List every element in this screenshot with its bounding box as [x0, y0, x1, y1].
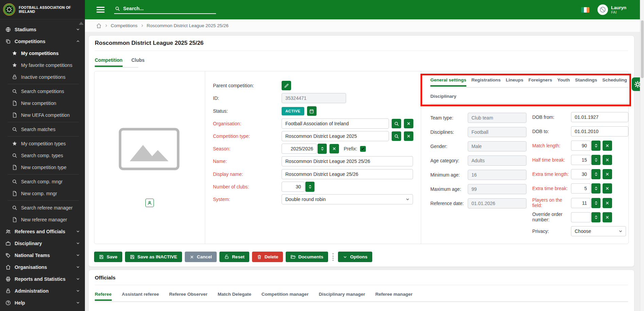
extra-time-length-field[interactable]: [571, 169, 591, 179]
save-button[interactable]: Save: [94, 252, 122, 262]
sidebar-item-inactive-competitions[interactable]: Inactive competitions: [0, 71, 85, 83]
people-icon: [5, 229, 11, 234]
tab-referee-manager[interactable]: Referee manager: [375, 292, 413, 301]
sidebar-item-national-teams[interactable]: National Teams: [0, 249, 85, 261]
competition-type-clear-button[interactable]: [404, 131, 413, 141]
match-length-stepper[interactable]: [591, 141, 601, 151]
competition-type-field[interactable]: [282, 131, 389, 141]
tab-lineups[interactable]: Lineups: [506, 77, 523, 87]
number-of-clubs-stepper[interactable]: [305, 182, 315, 192]
page-scrollbar[interactable]: [640, 0, 644, 311]
extra-time-length-clear-button[interactable]: [603, 169, 612, 179]
sidebar-item-competitions[interactable]: Competitions: [0, 35, 85, 47]
players-on-field-clear-button[interactable]: [603, 198, 612, 208]
season-stepper[interactable]: [318, 144, 327, 154]
options-button[interactable]: Options: [338, 252, 372, 262]
season-field[interactable]: [282, 144, 317, 154]
display-name-field[interactable]: [282, 169, 413, 179]
sidebar-item-new-comp-mngr[interactable]: New comp. mngr: [0, 187, 85, 199]
privacy-select[interactable]: Choose: [571, 226, 626, 236]
sidebar-item-search-matches[interactable]: Search matches: [0, 123, 85, 135]
extra-time-break-field[interactable]: [571, 183, 591, 194]
sidebar-item-search-competitions[interactable]: Search competitions: [0, 85, 85, 97]
form-row: Parent competition:: [213, 80, 291, 91]
tab-assistant-referee[interactable]: Assistant referee: [122, 292, 159, 301]
tab-foreigners[interactable]: Foreigners: [529, 77, 552, 87]
organisation-field[interactable]: [282, 118, 389, 129]
override-order-clear-button[interactable]: [603, 212, 612, 222]
half-time-break-stepper[interactable]: [591, 155, 601, 165]
sidebar-item-administration[interactable]: Administration: [0, 285, 85, 297]
competition-type-label: Competition type:: [213, 133, 282, 139]
number-of-clubs-field[interactable]: [282, 182, 305, 192]
sidebar-item-disciplinary[interactable]: Disciplinary: [0, 237, 85, 249]
sidebar-item-organisations[interactable]: Organisations: [0, 261, 85, 273]
edit-parent-competition-button[interactable]: [282, 81, 291, 90]
name-field[interactable]: [282, 156, 413, 166]
system-select[interactable]: Double round robin: [282, 194, 413, 204]
delete-button[interactable]: Delete: [252, 252, 283, 262]
sidebar-item-my-competition-types[interactable]: My competition types: [0, 138, 85, 149]
chevron-up-icon: [76, 39, 80, 43]
prefix-checkbox[interactable]: [360, 146, 366, 152]
half-time-break-field[interactable]: [571, 155, 591, 165]
tab-general-settings[interactable]: General settings: [430, 77, 466, 87]
tab-competition[interactable]: Competition: [95, 57, 123, 67]
tab-youth[interactable]: Youth: [557, 77, 570, 87]
save-as-inactive-button[interactable]: Save as INACTIVE: [125, 252, 182, 262]
sidebar-item-reports-and-statistics[interactable]: Reports and Statistics: [0, 273, 85, 285]
sidebar-scroll-up-arrow[interactable]: [79, 22, 84, 25]
status-history-button[interactable]: [307, 106, 317, 116]
tab-standings[interactable]: Standings: [575, 77, 597, 87]
extra-time-length-stepper[interactable]: [591, 169, 601, 179]
season-clear-button[interactable]: [329, 144, 339, 153]
sidebar-item-my-competitions[interactable]: My competitions: [0, 47, 85, 59]
dob-from-field[interactable]: [571, 112, 628, 122]
tab-clubs[interactable]: Clubs: [131, 57, 145, 67]
cancel-button[interactable]: Cancel: [185, 252, 217, 262]
sidebar-item-search-comp-types[interactable]: Search comp. types: [0, 149, 85, 161]
search-input[interactable]: [123, 6, 215, 11]
extra-time-break-stepper[interactable]: [591, 183, 601, 194]
extra-time-break-clear-button[interactable]: [603, 183, 612, 194]
tab-competition-manager[interactable]: Competition manager: [262, 292, 309, 301]
dob-to-field[interactable]: [571, 126, 628, 136]
sidebar-item-help[interactable]: Help: [0, 297, 85, 309]
sidebar-item-referees-and-officials[interactable]: Referees and Officials: [0, 225, 85, 237]
sidebar-item-stadiums[interactable]: Stadiums: [0, 23, 85, 35]
breadcrumb-competitions[interactable]: Competitions: [111, 23, 138, 28]
organisation-clear-button[interactable]: [404, 119, 413, 128]
upload-logo-button[interactable]: [145, 199, 154, 207]
documents-button[interactable]: Documents: [286, 252, 328, 262]
override-order-stepper[interactable]: [591, 212, 601, 222]
sidebar-item-new-uefa-competition[interactable]: New UEFA competition: [0, 109, 85, 121]
menu-toggle-button[interactable]: [96, 7, 105, 13]
ireland-flag-icon[interactable]: [581, 7, 589, 13]
tab-scheduling[interactable]: Scheduling: [602, 77, 627, 87]
sidebar-item-new-competition[interactable]: New competition: [0, 97, 85, 109]
scrollbar-thumb[interactable]: [641, 20, 644, 78]
tab-disciplinary-manager[interactable]: Disciplinary manager: [319, 292, 365, 301]
tab-registrations[interactable]: Registrations: [471, 77, 501, 87]
tab-disciplinary[interactable]: Disciplinary: [430, 94, 457, 103]
players-on-field-field[interactable]: [571, 198, 591, 208]
competition-type-search-button[interactable]: [392, 131, 401, 141]
sidebar-item-new-competition-type[interactable]: New competition type: [0, 161, 85, 173]
star-icon: [12, 51, 17, 56]
tab-referee[interactable]: Referee: [95, 292, 112, 301]
home-icon[interactable]: [96, 23, 102, 29]
half-time-break-clear-button[interactable]: [603, 155, 612, 165]
match-length-field[interactable]: [571, 141, 591, 151]
organisation-search-button[interactable]: [392, 119, 401, 128]
reset-button[interactable]: Reset: [219, 252, 249, 262]
override-order-number-field[interactable]: [571, 212, 591, 222]
sidebar-item-my-favorite-competitions[interactable]: My favorite competitions: [0, 59, 85, 71]
players-on-field-stepper[interactable]: [591, 198, 601, 208]
sidebar-item-search-referee-manager[interactable]: Search referee manager: [0, 202, 85, 214]
match-length-clear-button[interactable]: [603, 141, 612, 151]
sidebar-item-new-referee-manager[interactable]: New referee manager: [0, 214, 85, 225]
tab-referee-observer[interactable]: Referee Observer: [169, 292, 208, 301]
sidebar-item-search-comp-mngr[interactable]: Search comp. mngr: [0, 176, 85, 187]
user-menu[interactable]: Lauryn FAI: [597, 4, 626, 15]
tab-match-delegate[interactable]: Match Delegate: [218, 292, 251, 301]
